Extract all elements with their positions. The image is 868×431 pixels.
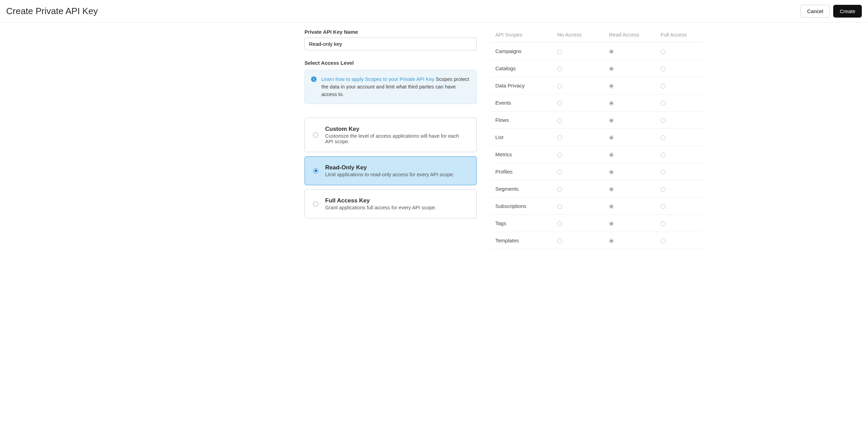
scope-full-radio[interactable]	[661, 221, 665, 226]
scope-name: Templates	[495, 238, 557, 243]
scope-read-cell	[609, 186, 661, 192]
scope-read-radio[interactable]	[609, 170, 614, 175]
left-column: Private API Key Name Select Access Level…	[304, 29, 477, 249]
scope-full-radio[interactable]	[661, 187, 665, 192]
option-body: Full Access KeyGrant applications full a…	[325, 197, 436, 210]
option-desc: Limit applications to read-only access f…	[325, 172, 454, 177]
scope-full-radio[interactable]	[661, 135, 665, 140]
create-button[interactable]: Create	[833, 5, 862, 18]
scope-none-cell	[557, 238, 609, 243]
scope-full-radio[interactable]	[661, 118, 665, 123]
scope-full-radio[interactable]	[661, 84, 665, 88]
access-option-full[interactable]: Full Access KeyGrant applications full a…	[304, 189, 477, 218]
option-title: Custom Key	[325, 126, 468, 133]
scope-row: Metrics	[490, 146, 703, 163]
scope-read-radio[interactable]	[609, 135, 614, 140]
scope-read-radio[interactable]	[609, 153, 614, 157]
access-option-custom[interactable]: Custom KeyCustomize the level of access …	[304, 118, 477, 152]
scope-read-cell	[609, 48, 661, 54]
scope-none-radio[interactable]	[557, 101, 562, 106]
scopes-header: API Scopes No Access Read Access Full Ac…	[490, 29, 703, 43]
scope-none-radio[interactable]	[557, 118, 562, 123]
scope-read-cell	[609, 134, 661, 140]
scope-full-radio[interactable]	[661, 66, 665, 71]
svg-rect-2	[313, 78, 314, 78]
scope-none-radio[interactable]	[557, 239, 562, 243]
radio-icon	[313, 201, 318, 207]
scope-full-radio[interactable]	[661, 170, 665, 175]
scope-row: Data Privacy	[490, 77, 703, 94]
scope-read-radio[interactable]	[609, 84, 614, 88]
scope-full-radio[interactable]	[661, 204, 665, 209]
scope-read-radio[interactable]	[609, 49, 614, 54]
scope-row: Catalogs	[490, 60, 703, 77]
scope-read-radio[interactable]	[609, 221, 614, 226]
cancel-button[interactable]: Cancel	[800, 5, 830, 18]
scope-name: Data Privacy	[495, 83, 557, 88]
scope-row: Flows	[490, 112, 703, 129]
access-option-read-only[interactable]: Read-Only KeyLimit applications to read-…	[304, 156, 477, 185]
scope-full-cell	[661, 186, 699, 192]
option-title: Full Access Key	[325, 197, 436, 204]
scope-none-cell	[557, 203, 609, 209]
scope-read-radio[interactable]	[609, 204, 614, 209]
scope-none-radio[interactable]	[557, 221, 562, 226]
scope-read-cell	[609, 151, 661, 157]
scope-none-radio[interactable]	[557, 135, 562, 140]
scope-none-radio[interactable]	[557, 66, 562, 71]
scope-none-radio[interactable]	[557, 187, 562, 192]
access-options: Custom KeyCustomize the level of access …	[304, 118, 477, 218]
info-link[interactable]: Learn how to apply Scopes to your Privat…	[321, 76, 434, 82]
scope-name: Tags	[495, 220, 557, 226]
scope-none-radio[interactable]	[557, 153, 562, 157]
scope-full-radio[interactable]	[661, 153, 665, 157]
scope-none-cell	[557, 48, 609, 54]
scope-full-cell	[661, 117, 699, 123]
info-icon	[311, 76, 317, 83]
scope-none-radio[interactable]	[557, 170, 562, 175]
header-full-access: Full Access	[661, 32, 699, 38]
scope-full-radio[interactable]	[661, 239, 665, 243]
scope-none-cell	[557, 83, 609, 88]
scope-row: Profiles	[490, 163, 703, 180]
scope-full-cell	[661, 220, 699, 226]
scope-name: Flows	[495, 117, 557, 123]
radio-icon	[313, 168, 318, 174]
option-desc: Grant applications full access for every…	[325, 205, 436, 210]
page-header: Create Private API Key Cancel Create	[0, 0, 868, 23]
scope-name: Subscriptions	[495, 203, 557, 209]
scope-read-radio[interactable]	[609, 101, 614, 106]
api-key-name-input[interactable]	[304, 38, 477, 50]
option-body: Read-Only KeyLimit applications to read-…	[325, 164, 454, 177]
right-column: API Scopes No Access Read Access Full Ac…	[490, 29, 710, 249]
scopes-body: CampaignsCatalogsData PrivacyEventsFlows…	[490, 43, 703, 249]
name-label: Private API Key Name	[304, 29, 477, 35]
scope-none-cell	[557, 100, 609, 106]
scope-name: Metrics	[495, 151, 557, 157]
scope-full-cell	[661, 83, 699, 88]
scope-none-cell	[557, 151, 609, 157]
scope-none-radio[interactable]	[557, 49, 562, 54]
scope-read-radio[interactable]	[609, 66, 614, 71]
scope-read-cell	[609, 169, 661, 175]
header-actions: Cancel Create	[800, 5, 862, 18]
scope-read-radio[interactable]	[609, 118, 614, 123]
access-level-label: Select Access Level	[304, 60, 477, 66]
header-no-access: No Access	[557, 32, 609, 38]
scope-row: Campaigns	[490, 43, 703, 60]
svg-rect-1	[313, 79, 314, 81]
scope-name: Events	[495, 100, 557, 106]
scope-read-cell	[609, 100, 661, 106]
scope-full-radio[interactable]	[661, 49, 665, 54]
scope-none-radio[interactable]	[557, 84, 562, 88]
scope-full-cell	[661, 134, 699, 140]
scope-read-radio[interactable]	[609, 239, 614, 243]
scope-row: Events	[490, 94, 703, 112]
scope-name: Campaigns	[495, 48, 557, 54]
scope-none-cell	[557, 186, 609, 192]
scope-read-radio[interactable]	[609, 187, 614, 192]
scope-full-radio[interactable]	[661, 101, 665, 106]
header-read-access: Read Access	[609, 32, 661, 38]
scope-none-cell	[557, 65, 609, 71]
scope-none-radio[interactable]	[557, 204, 562, 209]
